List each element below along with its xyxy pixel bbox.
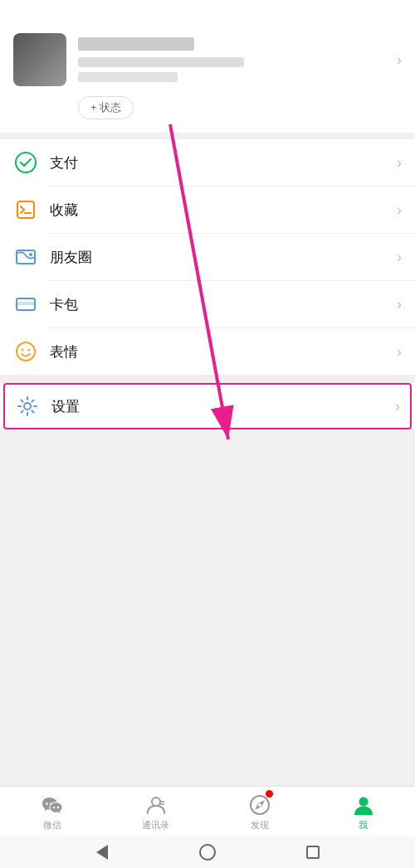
nav-label-me: 我 <box>359 819 368 832</box>
profile-info <box>78 37 385 82</box>
bottom-nav: 微信 通讯录 发现 <box>0 786 415 868</box>
cards-icon <box>13 292 38 317</box>
svg-point-21 <box>359 798 368 807</box>
menu-item-pay[interactable]: 支付 › <box>0 139 415 186</box>
nav-label-wechat: 微信 <box>43 819 61 832</box>
moments-chevron: › <box>397 249 402 266</box>
menu-item-stickers[interactable]: 表情 › <box>0 328 415 375</box>
svg-point-8 <box>28 349 31 352</box>
back-icon <box>96 845 108 860</box>
recents-button[interactable] <box>304 843 322 861</box>
nav-label-discover: 发现 <box>251 819 269 832</box>
me-icon <box>352 793 375 817</box>
nav-item-contacts[interactable]: 通讯录 <box>104 793 208 832</box>
favorites-label: 收藏 <box>50 201 397 220</box>
sub-bar2 <box>78 72 178 82</box>
svg-point-6 <box>17 342 35 361</box>
cards-label: 卡包 <box>50 295 397 314</box>
pay-label: 支付 <box>50 153 397 172</box>
section-divider <box>0 133 415 139</box>
nav-item-discover[interactable]: 发现 <box>208 793 311 832</box>
svg-point-12 <box>46 803 48 805</box>
cards-chevron: › <box>397 296 402 313</box>
svg-point-16 <box>152 798 160 806</box>
favorites-chevron: › <box>397 201 402 219</box>
svg-point-3 <box>29 253 32 256</box>
name-bar <box>78 37 194 51</box>
stickers-label: 表情 <box>50 342 397 361</box>
profile-chevron: › <box>397 51 402 69</box>
recents-icon <box>306 846 320 859</box>
svg-rect-5 <box>17 302 35 305</box>
home-icon <box>199 844 216 861</box>
settings-label: 设置 <box>51 397 395 416</box>
moments-icon <box>13 245 38 269</box>
settings-chevron: › <box>395 398 400 415</box>
menu-item-moments[interactable]: 朋友圈 › <box>0 234 415 280</box>
favorites-icon <box>13 197 38 222</box>
contacts-icon <box>144 793 168 817</box>
menu-item-favorites[interactable]: 收藏 › <box>0 187 415 233</box>
system-nav <box>0 836 415 868</box>
pay-chevron: › <box>397 154 402 172</box>
menu-section: 支付 › 收藏 › 朋友圈 › <box>0 139 415 375</box>
nav-label-contacts: 通讯录 <box>142 819 169 832</box>
svg-point-15 <box>56 807 58 808</box>
nav-bar: 微信 通讯录 发现 <box>0 787 415 836</box>
svg-point-0 <box>16 153 36 172</box>
svg-point-7 <box>22 349 24 352</box>
sub-bar <box>78 57 244 67</box>
settings-section: 设置 › <box>0 383 415 429</box>
stickers-icon <box>13 339 38 364</box>
nav-item-wechat[interactable]: 微信 <box>0 793 104 832</box>
back-button[interactable] <box>93 843 111 861</box>
svg-point-14 <box>52 807 54 808</box>
settings-divider <box>0 375 415 381</box>
svg-point-20 <box>258 803 261 807</box>
status-button[interactable]: + 状态 <box>78 96 134 119</box>
svg-point-9 <box>24 403 31 410</box>
avatar[interactable] <box>13 33 66 86</box>
profile-section: › + 状态 <box>0 0 415 133</box>
grey-area <box>0 431 415 597</box>
stickers-chevron: › <box>397 343 402 361</box>
nav-item-me[interactable]: 我 <box>311 793 415 832</box>
wechat-icon <box>41 793 64 817</box>
discover-icon <box>248 793 271 817</box>
moments-label: 朋友圈 <box>50 248 397 267</box>
menu-item-cards[interactable]: 卡包 › <box>0 281 415 327</box>
home-button[interactable] <box>198 843 217 861</box>
profile-row[interactable]: › <box>13 33 402 86</box>
settings-icon <box>15 394 40 419</box>
menu-item-settings[interactable]: 设置 › <box>3 383 412 429</box>
discover-badge <box>266 790 273 798</box>
pay-icon <box>13 150 38 175</box>
svg-rect-1 <box>17 201 34 218</box>
